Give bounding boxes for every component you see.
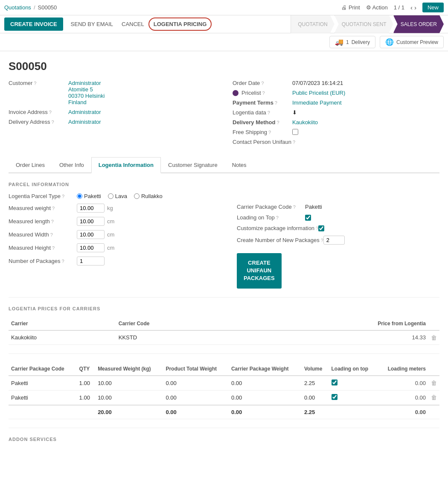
customize-package-row: Customize package information ? — [237, 225, 439, 231]
pricelist-label: Pricelist? — [233, 90, 292, 96]
pkg-lm-1: 0.00 — [378, 376, 428, 391]
next-button[interactable]: › — [414, 4, 416, 11]
measured-width-input[interactable] — [77, 230, 105, 239]
measured-length-input[interactable] — [77, 217, 105, 226]
delivery-chip[interactable]: 🚚 1 Delivery — [329, 36, 375, 48]
carriers-section-title: LOGENTIA PRICES FOR CARRIERS — [9, 306, 439, 311]
parcel-type-options: Paketti Lava Rullakko — [77, 193, 163, 199]
totals-row: 20.00 0.00 0.00 2.25 0.00 — [9, 405, 439, 419]
tabs: Order Lines Other Info Logentia Informat… — [9, 157, 439, 173]
globe-icon: 🌐 — [385, 38, 394, 46]
customer-country: Finland — [68, 99, 105, 105]
contact-person-row: Contact Person Unifaun? — [233, 139, 439, 145]
order-title: S00050 — [9, 60, 439, 73]
total-lm: 0.00 — [378, 405, 428, 419]
table-row: Paketti 1.00 10.00 0.00 0.00 2.25 0.00 🗑 — [9, 376, 439, 391]
loading-on-top-row: Loading on Top ? — [237, 214, 439, 221]
table-row: Kaukokiito KKSTD 14.33 🗑 — [9, 330, 439, 345]
delivery-method-label: Delivery Method? — [233, 119, 292, 125]
measured-weight-input[interactable] — [77, 204, 105, 213]
height-unit: cm — [107, 245, 114, 251]
step-quotation-sent[interactable]: QUOTATION SENT — [335, 15, 393, 33]
delivery-icon: 🚚 — [335, 38, 343, 46]
tab-notes[interactable]: Notes — [225, 157, 254, 173]
pkg-ptw-2: 0.00 — [163, 390, 229, 405]
delivery-address-value[interactable]: Administrator — [68, 119, 101, 125]
measured-weight-row: Measured weight ? kg — [9, 204, 211, 213]
radio-lava[interactable]: Lava — [108, 193, 127, 199]
pkg-qty-1: 1.00 — [77, 376, 96, 391]
tab-logentia-information[interactable]: Logentia Information — [91, 157, 161, 173]
width-unit: cm — [107, 231, 114, 238]
customer-row: Customer? Administrator Atomitie 5 00370… — [9, 80, 215, 105]
logentia-data-icon[interactable]: ⬇ — [292, 109, 297, 116]
prev-button[interactable]: ‹ — [410, 4, 413, 11]
measured-width-row: Measured Width ? cm — [9, 230, 211, 239]
invoice-address-label: Invoice Address? — [9, 109, 68, 115]
pkg-lot-checkbox-1[interactable] — [332, 379, 337, 385]
tab-customer-signature[interactable]: Customer Signature — [161, 157, 225, 173]
delivery-method-value[interactable]: Kaukokiito — [292, 119, 318, 125]
breadcrumb-parent-link[interactable]: Quotations — [4, 4, 31, 11]
radio-rullakko[interactable]: Rullakko — [134, 193, 163, 199]
order-date-value[interactable]: 07/07/2023 16:14:21 — [292, 80, 343, 86]
payment-terms-value[interactable]: Immediate Payment — [292, 99, 342, 106]
parcel-section-title: PARCEL INFORMATION — [9, 182, 439, 187]
step-sales-order[interactable]: SALES ORDER — [393, 15, 444, 33]
packages-table: Carrier Package Code QTY Measured Weight… — [9, 362, 439, 419]
carrier-package-code-label: Carrier Package Code ? — [237, 204, 305, 210]
measured-height-label: Measured Height ? — [9, 245, 77, 251]
packages-table-section: Carrier Package Code QTY Measured Weight… — [9, 362, 439, 419]
delete-pkg-2-icon[interactable]: 🗑 — [431, 394, 437, 401]
delivery-address-row: Delivery Address? Administrator — [9, 119, 215, 125]
new-button[interactable]: New — [422, 3, 444, 12]
step-quotation[interactable]: QUOTATION — [291, 15, 335, 33]
carriers-table: Carrier Carrier Code Price from Logentia… — [9, 317, 439, 345]
parcel-fields-grid: Measured weight ? kg Measured length ? c… — [9, 204, 439, 289]
pkg-cpw-1: 0.00 — [229, 376, 302, 391]
delivery-label: Delivery — [352, 39, 370, 45]
measured-length-label: Measured length ? — [9, 218, 77, 225]
radio-paketti[interactable]: Paketti — [77, 193, 101, 199]
addon-section-title: ADDON SERVICES — [9, 437, 439, 442]
payment-terms-row: Payment Terms? Immediate Payment — [233, 99, 439, 106]
pricelist-value[interactable]: Public Pricelist (EUR) — [292, 90, 345, 96]
pkg-code-1: Paketti — [9, 376, 77, 391]
delivery-address-label: Delivery Address? — [9, 119, 68, 125]
total-mw: 20.00 — [95, 405, 163, 419]
pkg-vol-1: 2.25 — [302, 376, 329, 391]
cancel-button[interactable]: CANCEL — [117, 18, 148, 31]
delete-pkg-1-icon[interactable]: 🗑 — [431, 379, 437, 386]
customer-preview-chip[interactable]: 🌐 Customer Preview — [380, 36, 444, 48]
create-num-packages-input[interactable] — [323, 236, 345, 245]
num-packages-input[interactable] — [77, 257, 105, 266]
invoice-address-value[interactable]: Administrator — [68, 109, 101, 115]
total-vol: 2.25 — [302, 405, 329, 419]
customize-package-label: Customize package information ? — [237, 225, 318, 231]
customize-package-checkbox[interactable] — [318, 225, 324, 231]
create-invoice-button[interactable]: CREATE INVOICE — [4, 18, 63, 31]
measured-height-row: Measured Height ? cm — [9, 243, 211, 252]
create-unifaun-button[interactable]: CREATEUNIFAUNPACKAGES — [237, 253, 282, 289]
pkg-col-ptw: Product Total Weight — [163, 362, 229, 376]
pkg-col-lot: Loading on top — [329, 362, 378, 376]
loading-on-top-checkbox[interactable] — [305, 215, 311, 221]
logentia-pricing-button[interactable]: LOGENTIA PRICING — [148, 18, 212, 31]
free-shipping-checkbox[interactable] — [292, 129, 298, 135]
delete-carrier-icon[interactable]: 🗑 — [431, 334, 437, 341]
customer-label: Customer? — [9, 80, 68, 86]
pkg-lot-checkbox-2[interactable] — [332, 394, 337, 400]
pkg-col-cpw: Carrier Package Weight — [229, 362, 302, 376]
tab-order-lines[interactable]: Order Lines — [9, 157, 52, 173]
print-link[interactable]: 🖨 Print — [341, 4, 360, 11]
pkg-col-vol: Volume — [302, 362, 329, 376]
customer-name[interactable]: Administrator — [68, 80, 105, 86]
measured-height-input[interactable] — [77, 243, 105, 252]
action-bar: CREATE INVOICE SEND BY EMAIL CANCEL LOGE… — [0, 15, 448, 33]
status-steps: QUOTATION QUOTATION SENT SALES ORDER — [291, 15, 444, 33]
pkg-code-2: Paketti — [9, 390, 77, 405]
measured-width-label: Measured Width ? — [9, 231, 77, 238]
send-email-button[interactable]: SEND BY EMAIL — [67, 18, 117, 31]
action-link[interactable]: ⚙ Action — [366, 4, 388, 11]
tab-other-info[interactable]: Other Info — [52, 157, 91, 173]
